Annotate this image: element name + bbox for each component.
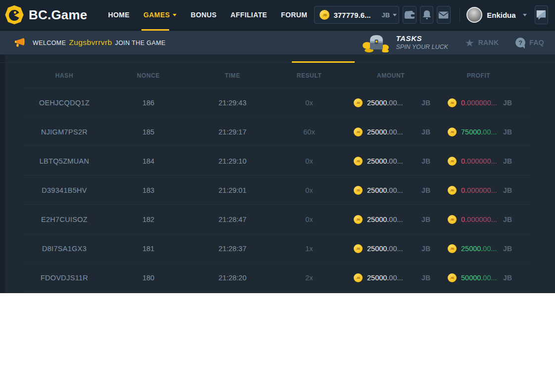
currency-label: JB: [503, 274, 512, 282]
nav-item-affiliate[interactable]: AFFILIATE: [224, 0, 274, 30]
balance-selector[interactable]: JB 377779.6... JB: [314, 6, 399, 24]
bets-section: HASH NONCE TIME RESULT AMOUNT PROFIT OEH…: [0, 54, 555, 293]
bet-result: 0x: [275, 216, 344, 223]
navbar-divider: [460, 7, 460, 22]
messages-button[interactable]: [437, 6, 450, 24]
avatar: [466, 7, 482, 23]
welcome-message: WELCOME Zugsbvrrvrb JOIN THE GAME: [14, 38, 166, 48]
table-row[interactable]: NJIGM7PS2R 185 21:29:17 60x JB 25000.00.…: [0, 117, 555, 146]
currency-label: JB: [503, 216, 512, 223]
table-row[interactable]: D8I7SA1GX3 181 21:28:37 1x JB 25000.00..…: [0, 234, 555, 263]
header-time: TIME: [190, 72, 275, 79]
mail-icon: [438, 11, 449, 19]
bet-nonce: 181: [106, 245, 190, 253]
nav-item-bonus[interactable]: BONUS: [184, 0, 224, 30]
currency-label: JB: [421, 216, 430, 223]
welcome-banner: WELCOME Zugsbvrrvrb JOIN THE GAME: [0, 31, 555, 54]
bet-result: 1x: [275, 245, 344, 253]
brand-logo[interactable]: BC.Game: [5, 5, 87, 24]
bet-profit: JB 0.000000... JB: [438, 157, 519, 166]
megaphone-icon: [14, 38, 26, 48]
currency-label: JB: [503, 186, 512, 194]
bet-amount: JB 25000.00... JB: [344, 215, 438, 224]
chat-bubble-icon: [536, 10, 547, 20]
jb-coin-icon: JB: [354, 128, 363, 136]
chevron-down-icon: [393, 14, 397, 16]
faq-button[interactable]: ? FAQ: [515, 38, 544, 47]
table-row[interactable]: FDOVDJS11R 180 21:28:20 2x JB 25000.00..…: [0, 263, 555, 292]
table-body: OEHJCQDQ1Z 186 21:29:43 0x JB 25000.00..…: [0, 88, 555, 292]
table-row[interactable]: LBTQ5ZMUAN 184 21:29:10 0x JB 25000.00..…: [0, 146, 555, 175]
bet-amount: JB 25000.00... JB: [344, 273, 438, 282]
header-profit: PROFIT: [438, 72, 519, 79]
top-navbar: BC.Game HOME GAMES BONUS AFFILIATE FORUM…: [0, 0, 555, 31]
wallet-button[interactable]: [403, 6, 416, 24]
table-row[interactable]: D39341B5HV 183 21:29:01 0x JB 25000.00..…: [0, 175, 555, 205]
rank-button[interactable]: ★ RANK: [465, 38, 499, 48]
jb-coin-icon: JB: [448, 157, 457, 166]
welcome-suffix: JOIN THE GAME: [115, 40, 165, 46]
bet-profit: JB 0.000000... JB: [438, 98, 519, 107]
nav-item-games[interactable]: GAMES: [137, 0, 184, 30]
currency-label: JB: [421, 157, 430, 165]
jb-coin-icon: JB: [448, 244, 457, 253]
jb-coin-icon: JB: [448, 273, 457, 282]
nav-item-forum[interactable]: FORUM: [274, 0, 314, 30]
bet-profit: JB 75000.00... JB: [438, 128, 519, 136]
question-icon: ?: [515, 38, 525, 47]
bet-hash[interactable]: D8I7SA1GX3: [22, 245, 106, 253]
bet-result: 0x: [275, 186, 344, 194]
currency-label: JB: [421, 99, 430, 107]
main-nav: HOME GAMES BONUS AFFILIATE FORUM: [101, 0, 314, 30]
currency-label: JB: [503, 128, 512, 136]
bet-profit: JB 0.000000... JB: [438, 186, 519, 195]
bet-profit: JB 25000.00... JB: [438, 244, 519, 253]
bet-amount: JB 25000.00... JB: [344, 186, 438, 195]
notifications-button[interactable]: [420, 6, 433, 24]
header-result: RESULT: [275, 72, 344, 79]
tasks-widget[interactable]: TASKS SPIN YOUR LUCK: [362, 33, 448, 52]
header-nonce: NONCE: [106, 72, 190, 79]
rank-label: RANK: [478, 39, 499, 46]
active-tab-underline: [141, 29, 169, 31]
treasure-chest-icon: [362, 33, 390, 52]
wallet-icon: [404, 10, 415, 19]
bet-result: 0x: [275, 99, 344, 107]
bc-game-logo-icon: [5, 5, 24, 24]
bet-nonce: 183: [106, 186, 190, 194]
banner-actions: TASKS SPIN YOUR LUCK ★ RANK ? FAQ: [362, 33, 544, 52]
currency-label: JB: [421, 186, 430, 194]
balance-currency: JB: [381, 11, 390, 19]
nav-item-home[interactable]: HOME: [101, 0, 137, 30]
currency-label: JB: [421, 128, 430, 136]
currency-label: JB: [503, 245, 512, 253]
bet-time: 21:28:20: [190, 274, 275, 282]
bet-profit: JB 50000.00... JB: [438, 273, 519, 282]
bet-hash[interactable]: FDOVDJS11R: [22, 274, 106, 282]
bet-hash[interactable]: E2H7CUISOZ: [22, 216, 106, 223]
header-hash: HASH: [22, 72, 106, 79]
bet-hash[interactable]: OEHJCQDQ1Z: [22, 99, 106, 107]
bet-time: 21:29:17: [190, 128, 275, 136]
bet-hash[interactable]: NJIGM7PS2R: [22, 128, 106, 136]
tasks-subtitle: SPIN YOUR LUCK: [396, 44, 448, 51]
bet-time: 21:28:37: [190, 245, 275, 253]
jb-coin-icon: JB: [320, 10, 329, 20]
bet-result: 2x: [275, 274, 344, 282]
user-menu[interactable]: Enkidua: [466, 7, 526, 23]
table-row[interactable]: E2H7CUISOZ 182 21:28:47 0x JB 25000.00..…: [0, 205, 555, 234]
bet-time: 21:28:47: [190, 216, 275, 223]
jb-coin-icon: JB: [448, 215, 457, 224]
bet-hash[interactable]: LBTQ5ZMUAN: [22, 157, 106, 165]
welcomed-username[interactable]: Zugsbvrrvrb: [69, 38, 112, 47]
table-row[interactable]: OEHJCQDQ1Z 186 21:29:43 0x JB 25000.00..…: [0, 88, 555, 117]
table-header-row: HASH NONCE TIME RESULT AMOUNT PROFIT: [0, 63, 555, 88]
bet-time: 21:29:10: [190, 157, 275, 165]
bet-hash[interactable]: D39341B5HV: [22, 186, 106, 194]
currency-label: JB: [503, 99, 512, 107]
bet-nonce: 184: [106, 157, 190, 165]
chat-button[interactable]: [535, 5, 548, 24]
currency-label: JB: [421, 245, 430, 253]
jb-coin-icon: JB: [448, 98, 457, 107]
jb-coin-icon: JB: [354, 273, 363, 282]
